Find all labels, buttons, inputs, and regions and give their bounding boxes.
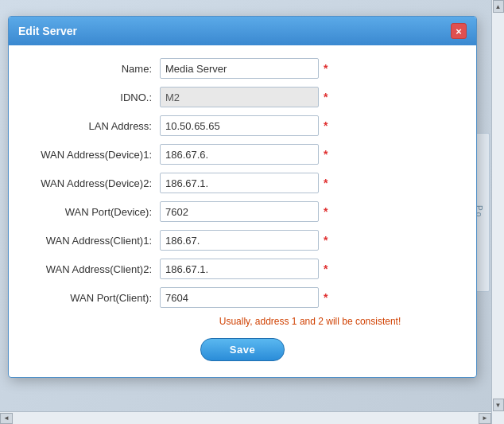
wan-device1-required: * [324,148,328,161]
wan-client1-required: * [324,234,328,247]
wan-client2-input[interactable] [160,259,319,279]
scroll-down-icon: ▼ [495,402,502,409]
edit-server-dialog: Edit Server × Name: * IDNO.: * LAN Addre… [8,16,477,378]
idno-row: IDNO.: * [25,87,460,107]
idno-input [160,87,319,107]
scroll-up-button[interactable]: ▲ [493,0,504,13]
wan-client2-required: * [324,263,328,275]
save-button[interactable]: Save [200,338,285,361]
wan-port-client-required: * [324,291,328,304]
scroll-right-button[interactable]: ► [479,413,491,424]
hint-text: Usually, address 1 and 2 will be consist… [25,316,460,327]
wan-client1-label: WAN Address(Client)1: [25,235,160,247]
dialog-titlebar: Edit Server × [9,17,476,45]
save-button-row: Save [25,338,460,361]
idno-label: IDNO.: [25,91,160,103]
name-required: * [324,62,328,75]
wan-port-device-row: WAN Port(Device): * [25,201,460,222]
page-background: Po ▲ ▼ ◄ ► Edit Server × Name [0,0,504,424]
dialog-title: Edit Server [18,25,77,37]
lan-address-row: LAN Address: * [25,115,460,136]
scroll-up-icon: ▲ [495,3,502,10]
idno-required: * [324,91,328,103]
lan-input[interactable] [160,115,319,136]
wan-client1-input[interactable] [160,230,319,251]
wan-port-client-row: WAN Port(Client): * [25,287,460,308]
dialog-close-button[interactable]: × [451,23,467,39]
scroll-down-button[interactable]: ▼ [493,399,504,411]
wan-device2-input[interactable] [160,173,319,193]
close-icon: × [456,25,462,37]
name-input[interactable] [160,58,319,79]
wan-device1-label: WAN Address(Device)1: [25,149,160,161]
vertical-scrollbar[interactable]: ▲ ▼ [491,0,504,424]
wan-port-device-required: * [324,205,328,218]
wan-port-device-label: WAN Port(Device): [25,206,160,218]
dialog-body: Name: * IDNO.: * LAN Address: * WAN Addr… [9,45,476,377]
wan-device2-label: WAN Address(Device)2: [25,177,160,189]
name-row: Name: * [25,58,460,79]
scroll-left-button[interactable]: ◄ [0,413,13,424]
wan-port-client-input[interactable] [160,287,319,308]
wan-port-client-label: WAN Port(Client): [25,292,160,304]
name-label: Name: [25,63,160,75]
scroll-right-icon: ► [482,414,488,422]
wan-port-device-input[interactable] [160,201,319,222]
wan-device2-row: WAN Address(Device)2: * [25,173,460,193]
lan-required: * [324,119,328,132]
wan-client1-row: WAN Address(Client)1: * [25,230,460,251]
wan-client2-row: WAN Address(Client)2: * [25,259,460,279]
wan-client2-label: WAN Address(Client)2: [25,263,160,275]
scroll-left-icon: ◄ [3,414,10,422]
wan-device1-input[interactable] [160,144,319,165]
lan-label: LAN Address: [25,120,160,132]
horizontal-scrollbar[interactable]: ◄ ► [0,411,491,424]
wan-device1-row: WAN Address(Device)1: * [25,144,460,165]
wan-device2-required: * [324,177,328,189]
